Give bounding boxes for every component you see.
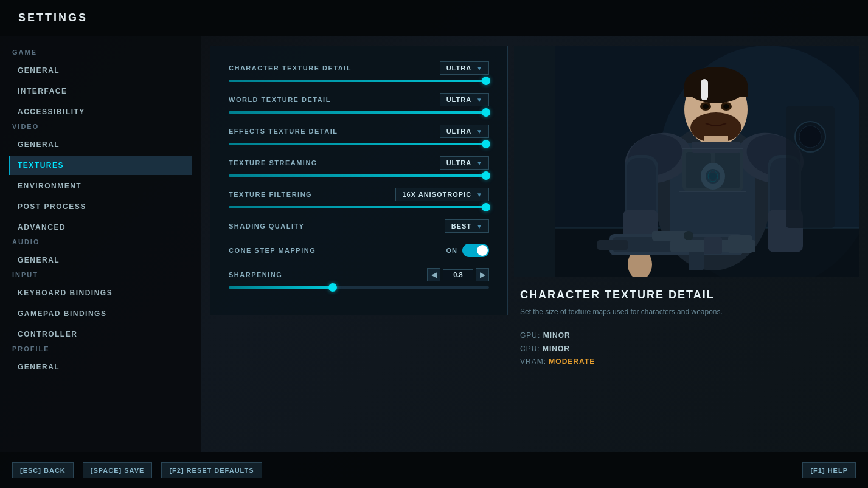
setting-cone-step-mapping: CONE STEP MAPPING ON bbox=[229, 244, 489, 257]
cone-step-toggle-container: ON bbox=[446, 244, 490, 257]
save-button[interactable]: [SPACE] SAVE bbox=[83, 462, 153, 478]
setting-texture-streaming: TEXTURE STREAMING ULTRA ▼ bbox=[229, 156, 489, 177]
main-container: GAME GENERAL INTERFACE ACCESSIBILITY VID… bbox=[0, 36, 868, 452]
sidebar-item-game-interface[interactable]: INTERFACE bbox=[9, 81, 192, 101]
preview-panel: CHARACTER TEXTURE DETAIL Set the size of… bbox=[514, 46, 859, 378]
world-texture-slider[interactable] bbox=[229, 111, 489, 114]
sidebar-item-video-textures[interactable]: TEXTURES bbox=[9, 156, 192, 175]
sharpening-thumb bbox=[328, 283, 337, 292]
setting-texture-filtering: TEXTURE FILTERING 16X ANISOTROPIC ▼ bbox=[229, 188, 489, 208]
sharpening-value: 0.8 bbox=[443, 269, 473, 280]
perf-row-gpu: GPU: MINOR bbox=[520, 329, 853, 343]
performance-info: GPU: MINOR CPU: MINOR VRAM: MODERATE bbox=[520, 329, 853, 369]
setting-label-cone-step: CONE STEP MAPPING bbox=[229, 247, 316, 254]
perf-row-vram: VRAM: MODERATE bbox=[520, 356, 853, 369]
sidebar-item-gamepad-bindings[interactable]: GAMEPAD BINDINGS bbox=[9, 304, 192, 323]
svg-point-15 bbox=[709, 173, 717, 180]
chevron-down-icon-2: ▼ bbox=[476, 97, 482, 103]
content-panel: CHARACTER TEXTURE DETAIL ULTRA ▼ WORLD T… bbox=[201, 36, 868, 452]
character-texture-dropdown[interactable]: ULTRA ▼ bbox=[440, 61, 489, 75]
perf-gpu-value: MINOR bbox=[543, 331, 571, 340]
help-button[interactable]: [F1] HELP bbox=[802, 462, 856, 478]
section-label-game: GAME bbox=[12, 49, 192, 56]
sidebar-item-video-postprocess[interactable]: POST PROCESS bbox=[9, 197, 192, 216]
texture-filtering-dropdown[interactable]: 16X ANISOTROPIC ▼ bbox=[395, 188, 489, 201]
setting-effects-texture-detail: EFFECTS TEXTURE DETAIL ULTRA ▼ bbox=[229, 125, 489, 145]
sidebar-section-audio: AUDIO GENERAL bbox=[9, 238, 192, 270]
section-label-profile: PROFILE bbox=[12, 345, 192, 352]
effects-texture-dropdown[interactable]: ULTRA ▼ bbox=[440, 125, 489, 138]
sidebar-item-keyboard-bindings[interactable]: KEYBOARD BINDINGS bbox=[9, 283, 192, 303]
cone-step-toggle[interactable] bbox=[462, 244, 489, 257]
setting-header-character-texture: CHARACTER TEXTURE DETAIL ULTRA ▼ bbox=[229, 61, 489, 75]
world-texture-fill bbox=[229, 111, 489, 114]
sharpening-fill bbox=[229, 286, 333, 289]
svg-rect-37 bbox=[597, 240, 628, 250]
sidebar-section-video: VIDEO GENERAL TEXTURES ENVIRONMENT POST … bbox=[9, 123, 192, 237]
chevron-down-icon-6: ▼ bbox=[476, 223, 482, 230]
svg-point-22 bbox=[703, 104, 709, 109]
setting-label-texture-filtering: TEXTURE FILTERING bbox=[229, 191, 312, 198]
back-button[interactable]: [ESC] BACK bbox=[12, 462, 74, 478]
sidebar-item-profile-general[interactable]: GENERAL bbox=[9, 357, 192, 377]
world-texture-thumb bbox=[482, 108, 490, 117]
texture-filtering-value: 16X ANISOTROPIC bbox=[402, 191, 471, 198]
chevron-down-icon-4: ▼ bbox=[476, 160, 482, 167]
sidebar-item-audio-general[interactable]: GENERAL bbox=[9, 250, 192, 270]
character-texture-thumb bbox=[482, 77, 490, 85]
sharpening-increase-button[interactable]: ▶ bbox=[476, 268, 489, 281]
chevron-down-icon-3: ▼ bbox=[476, 128, 482, 135]
reset-defaults-button[interactable]: [F2] RESET DEFAULTS bbox=[161, 462, 262, 478]
setting-header-texture-streaming: TEXTURE STREAMING ULTRA ▼ bbox=[229, 156, 489, 170]
sidebar-item-video-environment[interactable]: ENVIRONMENT bbox=[9, 176, 192, 196]
svg-rect-18 bbox=[684, 85, 748, 97]
setting-sharpening: SHARPENING ◀ 0.8 ▶ bbox=[229, 268, 489, 289]
preview-description: Set the size of texture maps used for ch… bbox=[520, 306, 853, 317]
world-texture-dropdown[interactable]: ULTRA ▼ bbox=[440, 93, 489, 106]
texture-streaming-fill bbox=[229, 174, 489, 177]
header-bar: SETTINGS bbox=[0, 0, 868, 36]
texture-streaming-dropdown[interactable]: ULTRA ▼ bbox=[440, 156, 489, 170]
effects-texture-slider[interactable] bbox=[229, 143, 489, 145]
sidebar-item-video-advanced[interactable]: ADVANCED bbox=[9, 218, 192, 237]
sidebar-item-controller[interactable]: CONTROLLER bbox=[9, 325, 192, 344]
section-label-audio: AUDIO bbox=[12, 238, 192, 246]
shading-quality-dropdown[interactable]: BEST ▼ bbox=[445, 219, 489, 233]
section-label-video: VIDEO bbox=[12, 123, 192, 130]
setting-shading-quality: SHADING QUALITY BEST ▼ bbox=[229, 219, 489, 233]
world-texture-value: ULTRA bbox=[446, 96, 471, 103]
texture-streaming-value: ULTRA bbox=[446, 159, 471, 167]
chevron-down-icon: ▼ bbox=[476, 65, 482, 72]
perf-vram-value: MODERATE bbox=[549, 357, 595, 366]
perf-cpu-value: MINOR bbox=[543, 345, 570, 353]
setting-label-shading-quality: SHADING QUALITY bbox=[229, 222, 305, 230]
setting-header-shading-quality: SHADING QUALITY BEST ▼ bbox=[229, 219, 489, 233]
setting-label-character-texture: CHARACTER TEXTURE DETAIL bbox=[229, 64, 352, 72]
sharpening-decrease-button[interactable]: ◀ bbox=[427, 268, 440, 281]
sidebar-section-game: GAME GENERAL INTERFACE ACCESSIBILITY bbox=[9, 49, 192, 122]
setting-header-sharpening: SHARPENING ◀ 0.8 ▶ bbox=[229, 268, 489, 281]
sidebar-item-video-general[interactable]: GENERAL bbox=[9, 135, 192, 154]
perf-gpu-label: GPU: bbox=[520, 331, 540, 340]
svg-rect-39 bbox=[652, 231, 689, 241]
character-texture-slider[interactable] bbox=[229, 80, 489, 82]
sidebar-item-game-accessibility[interactable]: ACCESSIBILITY bbox=[9, 102, 192, 122]
texture-filtering-slider[interactable] bbox=[229, 206, 489, 208]
shading-quality-value: BEST bbox=[451, 222, 471, 230]
texture-streaming-slider[interactable] bbox=[229, 174, 489, 177]
svg-rect-43 bbox=[704, 237, 722, 254]
svg-rect-19 bbox=[701, 79, 708, 100]
effects-texture-fill bbox=[229, 143, 489, 145]
sidebar-item-game-general[interactable]: GENERAL bbox=[9, 61, 192, 80]
character-texture-value: ULTRA bbox=[446, 64, 471, 72]
texture-filtering-fill bbox=[229, 206, 489, 208]
perf-cpu-label: CPU: bbox=[520, 345, 540, 353]
character-texture-fill bbox=[229, 80, 489, 82]
setting-label-texture-streaming: TEXTURE STREAMING bbox=[229, 159, 318, 167]
setting-character-texture-detail: CHARACTER TEXTURE DETAIL ULTRA ▼ bbox=[229, 61, 489, 82]
svg-point-23 bbox=[723, 104, 729, 109]
section-label-input: INPUT bbox=[12, 271, 192, 278]
sharpening-slider[interactable] bbox=[229, 286, 489, 289]
setting-label-world-texture: WORLD TEXTURE DETAIL bbox=[229, 96, 331, 103]
preview-info: CHARACTER TEXTURE DETAIL Set the size of… bbox=[514, 277, 859, 378]
